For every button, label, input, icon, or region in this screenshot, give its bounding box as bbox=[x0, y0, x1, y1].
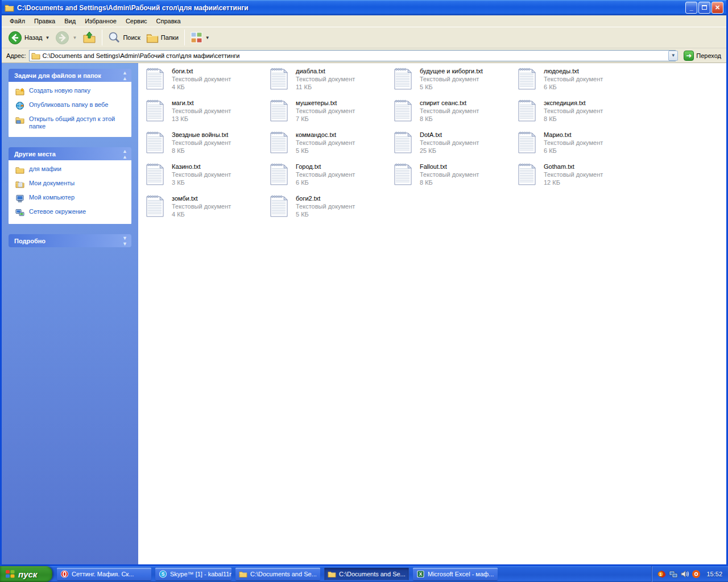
menu-edit[interactable]: Правка bbox=[30, 16, 60, 26]
start-button[interactable]: пуск bbox=[0, 566, 52, 582]
taskbar-button-explorer-1[interactable]: C:\Documents and Se... bbox=[235, 568, 320, 580]
tray-download-manager-icon[interactable] bbox=[692, 569, 701, 579]
sidebar-item-network[interactable]: Сетевое окружение bbox=[15, 208, 127, 217]
file-name: людоеды.txt bbox=[544, 67, 603, 75]
menu-help[interactable]: Справка bbox=[152, 16, 185, 26]
close-button[interactable]: ✕ bbox=[712, 2, 723, 14]
menu-view[interactable]: Вид bbox=[60, 16, 80, 26]
file-item[interactable]: боги2.txtТекстовый документ5 КБ bbox=[270, 194, 386, 226]
forward-dropdown-caret: ▼ bbox=[72, 35, 77, 40]
taskbar-button-label: Microsoft Excel - маф... bbox=[428, 571, 494, 577]
forward-button[interactable]: ▼ bbox=[52, 29, 80, 47]
minimize-button[interactable]: _ bbox=[685, 2, 697, 14]
toolbar-separator bbox=[102, 30, 102, 45]
back-dropdown-caret[interactable]: ▼ bbox=[46, 35, 50, 40]
file-name: DotA.txt bbox=[420, 131, 479, 139]
menu-tools[interactable]: Сервис bbox=[121, 16, 152, 26]
taskbar: пуск Сеттинг. Мафия. Ск... S Skype™ [1] … bbox=[0, 566, 728, 582]
file-name: зомби.txt bbox=[172, 194, 231, 202]
taskbar-button-label: C:\Documents and Se... bbox=[250, 571, 317, 577]
folders-icon bbox=[146, 32, 159, 43]
text-file-icon bbox=[270, 194, 288, 217]
chevron-up-icon[interactable]: ▲▲ bbox=[122, 70, 127, 81]
panel-details-header[interactable]: Подробно ▼▼ bbox=[9, 234, 131, 247]
file-name: спирит сеанс.txt bbox=[420, 99, 479, 107]
file-item[interactable]: людоеды.txtТекстовый документ6 КБ bbox=[518, 66, 634, 98]
file-type: Текстовый документ bbox=[544, 107, 603, 115]
file-item[interactable]: Fallout.txtТекстовый документ8 КБ bbox=[394, 162, 510, 194]
file-type: Текстовый документ bbox=[172, 139, 231, 147]
search-button[interactable]: Поиск bbox=[105, 30, 143, 45]
restore-button[interactable] bbox=[698, 2, 710, 14]
tray-alert-badge-icon[interactable]: 1 bbox=[657, 569, 667, 579]
taskbar-button-skype[interactable]: S Skype™ [1] - kabal11mk bbox=[155, 568, 231, 580]
sidebar-item-my-computer[interactable]: Мой компьютер bbox=[15, 194, 127, 203]
taskbar-button-excel[interactable]: X Microsoft Excel - маф... bbox=[413, 568, 498, 580]
back-button[interactable]: Назад ▼ bbox=[5, 29, 52, 47]
taskbar-button-label: Skype™ [1] - kabal11mk bbox=[170, 571, 231, 577]
go-button[interactable]: ➜ Переход bbox=[681, 50, 724, 61]
up-button[interactable] bbox=[80, 29, 99, 46]
taskbar-button-opera[interactable]: Сеттинг. Мафия. Ск... bbox=[57, 568, 151, 580]
views-button[interactable]: ▼ bbox=[188, 30, 213, 45]
file-item[interactable]: зомби.txtТекстовый документ4 КБ bbox=[146, 194, 262, 226]
file-item[interactable]: мушкетеры.txtТекстовый документ7 КБ bbox=[270, 98, 386, 130]
excel-icon: X bbox=[416, 570, 425, 578]
svg-text:S: S bbox=[162, 571, 165, 577]
sidebar-item-new-folder[interactable]: Создать новую папку bbox=[15, 87, 127, 96]
file-item[interactable]: спирит сеанс.txtТекстовый документ8 КБ bbox=[394, 98, 510, 130]
file-name: Gotham.txt bbox=[544, 163, 603, 171]
file-item[interactable]: Gotham.txtТекстовый документ12 КБ bbox=[518, 162, 634, 194]
back-label: Назад bbox=[24, 34, 43, 41]
panel-other-places-header[interactable]: Другие места ▲▲ bbox=[9, 147, 131, 160]
share-folder-icon bbox=[15, 115, 24, 124]
file-type: Текстовый документ bbox=[172, 171, 231, 178]
publish-web-icon bbox=[15, 101, 24, 110]
folders-button[interactable]: Папки bbox=[143, 31, 181, 45]
file-type: Текстовый документ bbox=[296, 171, 355, 178]
sidebar-item-share-folder[interactable]: Открыть общий доступ к этой папке bbox=[15, 115, 127, 130]
panel-title: Другие места bbox=[14, 151, 56, 157]
text-file-icon bbox=[146, 130, 164, 153]
menu-favorites[interactable]: Избранное bbox=[80, 16, 121, 26]
tray-network-icon[interactable] bbox=[669, 569, 678, 579]
sidebar-item-my-documents[interactable]: Мои документы bbox=[15, 180, 127, 189]
file-item[interactable]: коммандос.txtТекстовый документ5 КБ bbox=[270, 130, 386, 162]
file-size: 5 КБ bbox=[296, 210, 355, 218]
menu-file[interactable]: Файл bbox=[5, 16, 30, 26]
network-places-icon bbox=[15, 208, 24, 217]
file-item[interactable]: Казино.txtТекстовый документ3 КБ bbox=[146, 162, 262, 194]
sidebar-item-label: Сетевое окружение bbox=[29, 208, 86, 215]
file-item[interactable]: Город.txtТекстовый документ6 КБ bbox=[270, 162, 386, 194]
address-dropdown-button[interactable]: ▼ bbox=[668, 51, 678, 61]
file-item[interactable]: экспедиция.txtТекстовый документ8 КБ bbox=[518, 98, 634, 130]
taskbar-button-explorer-2-active[interactable]: C:\Documents and Se... bbox=[324, 568, 409, 580]
file-size: 11 КБ bbox=[296, 83, 355, 91]
file-type: Текстовый документ bbox=[420, 171, 479, 178]
folder-icon bbox=[5, 3, 14, 12]
file-type: Текстовый документ bbox=[296, 75, 355, 83]
search-icon bbox=[108, 31, 121, 44]
task-pane-sidebar: Задачи для файлов и папок ▲▲ Создать нов… bbox=[2, 63, 138, 564]
windows-logo-icon bbox=[5, 569, 15, 579]
file-size: 12 КБ bbox=[544, 178, 603, 186]
file-item[interactable]: боги.txtТекстовый документ4 КБ bbox=[146, 66, 262, 98]
file-item[interactable]: DotA.txtТекстовый документ25 КБ bbox=[394, 130, 510, 162]
folder-icon bbox=[239, 570, 247, 578]
views-dropdown-caret[interactable]: ▼ bbox=[205, 35, 210, 40]
chevron-up-icon[interactable]: ▲▲ bbox=[122, 148, 127, 160]
file-item[interactable]: маги.txtТекстовый документ13 КБ bbox=[146, 98, 262, 130]
file-item[interactable]: Звездные войны.txtТекстовый документ8 КБ bbox=[146, 130, 262, 162]
file-type: Текстовый документ bbox=[172, 75, 231, 83]
sidebar-item-parent-folder[interactable]: для мафии bbox=[15, 165, 127, 174]
tray-volume-icon[interactable] bbox=[680, 569, 689, 579]
file-item[interactable]: будущее и киборги.txtТекстовый документ5… bbox=[394, 66, 510, 98]
panel-file-tasks-header[interactable]: Задачи для файлов и папок ▲▲ bbox=[9, 69, 131, 82]
file-size: 5 КБ bbox=[296, 147, 355, 155]
file-item[interactable]: диабла.txtТекстовый документ11 КБ bbox=[270, 66, 386, 98]
file-item[interactable]: Марио.txtТекстовый документ6 КБ bbox=[518, 130, 634, 162]
address-input[interactable]: C:\Documents and Settings\Admin\Рабочий … bbox=[29, 50, 676, 61]
file-name: Fallout.txt bbox=[420, 163, 479, 171]
chevron-down-icon[interactable]: ▼▼ bbox=[122, 235, 127, 247]
sidebar-item-publish-web[interactable]: Опубликовать папку в вебе bbox=[15, 101, 127, 110]
